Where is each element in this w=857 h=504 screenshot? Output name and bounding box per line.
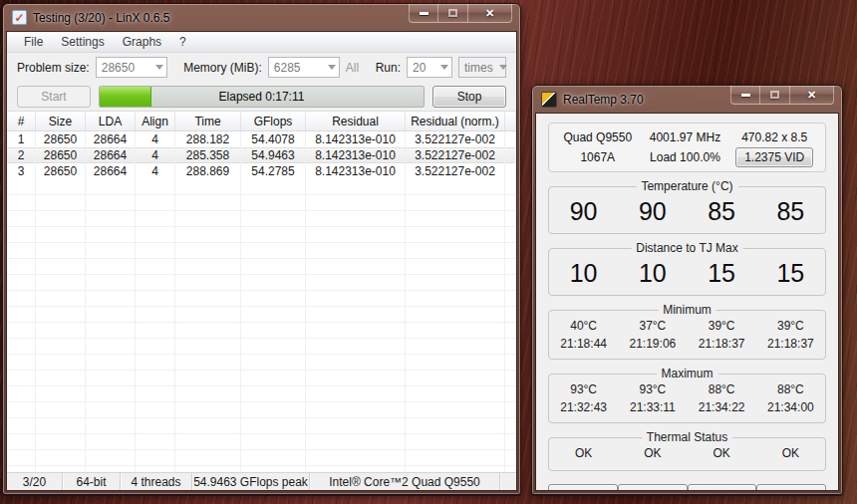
run-label: Run:	[376, 61, 401, 75]
table-empty-area	[7, 179, 516, 472]
cell: 3.522127e-002	[406, 163, 505, 179]
linx-titlebar[interactable]: Testing (3/20) - LinX 0.6.5	[3, 4, 520, 31]
xs-bench-button[interactable]: XS Bench	[618, 484, 688, 491]
memory-value: 6285	[274, 61, 301, 75]
cpu-info-panel: Quad Q9550 4001.97 MHz 470.82 x 8.5 1067…	[548, 123, 826, 172]
sensor-test-button[interactable]: Sensor Test	[548, 484, 618, 491]
max-time: 21:34:00	[756, 400, 825, 414]
run-combobox: 20	[407, 57, 452, 78]
tjmax-values: 10 10 15 15	[549, 249, 825, 295]
cell-filler	[505, 131, 516, 147]
menu-file[interactable]: File	[15, 33, 52, 51]
close-button[interactable]	[467, 4, 512, 23]
problem-size-value: 28650	[102, 61, 135, 75]
menu-graphs[interactable]: Graphs	[114, 33, 170, 51]
maximize-icon	[770, 91, 779, 99]
close-icon	[807, 88, 816, 102]
column-header[interactable]: #	[7, 112, 36, 130]
cell: 28650	[36, 147, 86, 163]
max-temp: 93°C	[618, 382, 687, 396]
chevron-down-icon	[499, 65, 507, 70]
cell-filler	[505, 163, 516, 179]
cpu-name: Quad Q9550	[557, 130, 639, 144]
status-gflops-peak: 54.9463 GFlops peak	[192, 473, 310, 490]
linx-run-row: Start Elapsed 0:17:11 Stop	[7, 82, 516, 111]
cell: 288.182	[175, 131, 241, 147]
stop-button[interactable]: Stop	[432, 86, 506, 108]
minimize-button[interactable]	[730, 86, 760, 105]
minimum-times: 21:18:44 21:19:06 21:18:37 21:18:37	[549, 335, 825, 359]
column-header[interactable]: Time	[175, 112, 241, 130]
thermal-status: OK	[549, 446, 618, 460]
cell: 28650	[36, 131, 86, 147]
minimize-button[interactable]	[409, 4, 438, 23]
cell: 4	[136, 131, 175, 147]
column-header[interactable]: Size	[36, 112, 86, 130]
table-row[interactable]: 2 28650 28664 4 285.358 54.9463 8.142313…	[7, 147, 516, 163]
cell: 54.4078	[241, 131, 306, 147]
vid-button[interactable]: 1.2375 VID	[735, 147, 813, 167]
min-time: 21:18:37	[756, 337, 825, 351]
run-unit-combobox: times	[458, 57, 506, 78]
maximum-group-title: Maximum	[656, 367, 717, 380]
tjmax-group: Distance to TJ Max 10 10 15 15	[548, 248, 826, 296]
realtemp-app-icon	[541, 92, 557, 108]
maximize-button[interactable]	[760, 86, 789, 105]
linx-app-icon	[12, 10, 27, 25]
reset-button[interactable]: Reset	[688, 484, 757, 491]
realtemp-titlebar[interactable]: RealTemp 3.70	[532, 86, 842, 113]
table-row[interactable]: 3 28650 28664 4 288.869 54.2785 8.142313…	[7, 163, 516, 179]
max-temp: 93°C	[549, 382, 618, 396]
status-arch: 64-bit	[63, 473, 121, 490]
column-header[interactable]: LDA	[86, 112, 136, 130]
min-temp: 39°C	[688, 319, 756, 333]
thermal-status-group: Thermal Status OK OK OK OK	[548, 437, 826, 471]
core-temp: 90	[549, 197, 618, 226]
menu-settings[interactable]: Settings	[52, 33, 113, 51]
tjmax-distance: 15	[688, 259, 756, 288]
max-time: 21:33:11	[618, 400, 687, 414]
core-temp: 90	[618, 197, 687, 226]
settings-button[interactable]: Settings	[756, 484, 826, 491]
temperature-group: Temperature (°C) 90 90 85 85	[548, 186, 826, 234]
chevron-down-icon	[328, 65, 336, 70]
column-header[interactable]: Residual (norm.)	[406, 112, 505, 130]
tjmax-group-title: Distance to TJ Max	[631, 241, 742, 255]
realtemp-button-row: Sensor Test XS Bench Reset Settings	[548, 484, 826, 491]
tjmax-distance: 15	[756, 259, 825, 288]
column-header[interactable]: GFlops	[241, 112, 306, 130]
tjmax-distance: 10	[549, 259, 618, 288]
linx-client-area: File Settings Graphs ? Problem size: 286…	[6, 31, 517, 491]
start-button: Start	[17, 86, 91, 108]
chevron-down-icon	[440, 65, 448, 70]
column-header[interactable]: Align	[136, 112, 175, 130]
linx-window-title: Testing (3/20) - LinX 0.6.5	[33, 11, 169, 25]
results-table: # Size LDA Align Time GFlops Residual Re…	[7, 111, 516, 472]
tjmax-distance: 10	[618, 259, 687, 288]
linx-window: Testing (3/20) - LinX 0.6.5 File Setting…	[2, 3, 521, 495]
cell: 288.869	[175, 163, 241, 179]
max-temp: 88°C	[688, 382, 756, 396]
problem-size-label: Problem size:	[17, 61, 90, 75]
cpu-frequency: 4001.97 MHz	[639, 130, 732, 144]
min-time: 21:18:37	[688, 337, 756, 351]
menu-help[interactable]: ?	[170, 33, 195, 51]
max-time: 21:34:22	[688, 400, 756, 414]
min-temp: 40°C	[549, 319, 618, 333]
column-header[interactable]: Residual	[306, 112, 406, 130]
maximum-times: 21:32:43 21:33:11 21:34:22 21:34:00	[549, 398, 825, 422]
minimum-group: Minimum 40°C 37°C 39°C 39°C 21:18:44 21:…	[548, 310, 826, 360]
realtemp-client-area: Quad Q9550 4001.97 MHz 470.82 x 8.5 1067…	[535, 113, 839, 491]
column-header-filler	[505, 112, 516, 130]
maximize-button[interactable]	[438, 4, 467, 23]
min-temp: 37°C	[618, 319, 687, 333]
cpu-load: Load 100.0%	[639, 150, 732, 164]
table-row[interactable]: 1 28650 28664 4 288.182 54.4078 8.142313…	[7, 131, 516, 147]
min-time: 21:19:06	[618, 337, 687, 351]
close-button[interactable]	[789, 86, 834, 105]
cell: 3	[7, 163, 36, 179]
thermal-status: OK	[756, 446, 825, 460]
status-cpu-name: Intel® Core™2 Quad Q9550	[310, 473, 500, 490]
core-temp: 85	[756, 197, 825, 226]
table-header-row: # Size LDA Align Time GFlops Residual Re…	[7, 112, 516, 131]
